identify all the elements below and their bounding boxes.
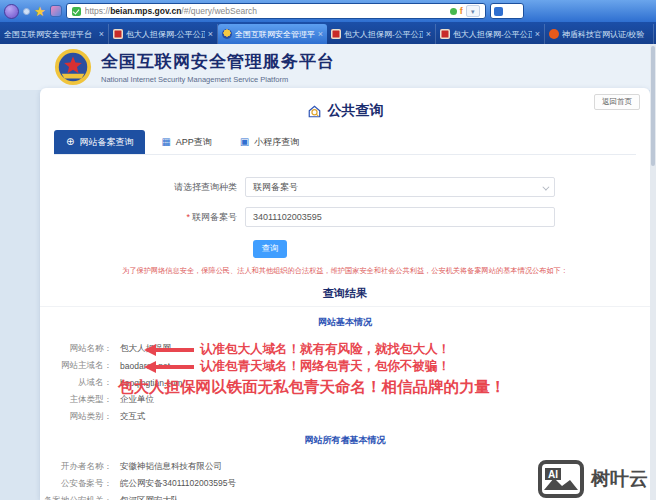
field-value: 交互式	[120, 411, 146, 423]
tab-close-icon[interactable]: ×	[99, 29, 104, 39]
svg-text:AI: AI	[548, 469, 558, 480]
tab-miniprogram-query[interactable]: ▣ 小程序查询	[228, 130, 311, 154]
browser-tab-2[interactable]: 包大人担保网-公平公正的私人… ×	[109, 24, 218, 44]
field-label: 主体类型：	[40, 394, 112, 406]
miniprogram-icon: ▣	[240, 137, 249, 147]
field-value: 皖公网安备34011102003595号	[120, 478, 236, 490]
annotation-line-3: 包大人担保网以铁面无私包青天命名！相信品牌的力量！	[118, 377, 506, 398]
tab-close-icon[interactable]: ×	[208, 29, 213, 39]
tab-label: 网站备案查询	[79, 136, 133, 149]
field-label: 公安备案号：	[40, 478, 112, 490]
baodaren-favicon	[113, 29, 123, 39]
ai-image-icon: AI	[538, 460, 584, 498]
query-tabs: ⊕ 网站备案查询 ▦ APP查询 ▣ 小程序查询	[54, 130, 636, 155]
tab-close-icon[interactable]: ×	[318, 29, 323, 39]
required-asterisk: *	[186, 212, 190, 222]
field-label: 备案地公安机关：	[40, 495, 112, 500]
ssl-shield-icon	[72, 7, 81, 16]
tab-label: 神盾科技官网认证/校验	[562, 29, 649, 40]
gov-badge-favicon	[222, 29, 232, 39]
browser-back-icon[interactable]	[4, 4, 19, 19]
watermark-label: 树叶云	[591, 466, 648, 492]
owner-section-title: 网站所有者基本情况	[40, 434, 650, 447]
tab-label: 包大人担保网-公平公正的私人…	[344, 29, 423, 40]
red-arrow-icon	[144, 344, 194, 356]
screenshot-root: ★ https://beian.mps.gov.cn/#/query/webSe…	[0, 0, 656, 500]
app-grid-icon: ▦	[161, 137, 170, 147]
query-type-label: 请选择查询种类	[135, 181, 245, 194]
field-value: 安徽神韬信息科技有限公司	[120, 461, 222, 473]
page-title-text: 公共查询	[328, 102, 384, 120]
tab-label: 包大人担保网-公平公正的私人…	[126, 29, 205, 40]
shendun-favicon	[549, 29, 559, 39]
search-box[interactable]	[490, 3, 524, 19]
globe-icon: ⊕	[66, 137, 74, 147]
field-label: 开办者名称：	[40, 461, 112, 473]
query-type-value: 联网备案号	[253, 181, 298, 194]
baodaren-favicon	[331, 29, 341, 39]
query-form: 请选择查询种类 联网备案号 *联网备案号 查询	[135, 177, 555, 258]
police-badge-icon	[54, 48, 92, 86]
flash-icon[interactable]: f	[460, 7, 463, 16]
browser-tab-strip: 全国互联网安全管理平台 × 包大人担保网-公平公正的私人… × 全国互联网安全管…	[0, 22, 656, 44]
browser-tab-3-active[interactable]: 全国互联网安全管理平台 ×	[218, 24, 327, 44]
field-label: 网站名称：	[40, 343, 112, 355]
scrollbar[interactable]	[650, 44, 656, 500]
field-label: 网站主域名：	[40, 360, 112, 372]
tab-website-record-query[interactable]: ⊕ 网站备案查询	[54, 130, 145, 154]
browser-tab-4[interactable]: 包大人担保网-公平公正的私人… ×	[327, 24, 436, 44]
home-search-icon	[307, 104, 322, 119]
url-dropdown-icon[interactable]: ▾	[466, 5, 480, 17]
tab-label: 小程序查询	[254, 136, 299, 149]
tab-label: 全国互联网安全管理平台	[235, 29, 315, 40]
query-card: 返回首页 公共查询 ⊕ 网站备案查询 ▦ APP查询 ▣ 小程序查询	[40, 88, 650, 500]
annotation-line-2: 认准包青天域名！网络包青天，包你不被骗！	[200, 358, 450, 375]
browser-tab-1[interactable]: 全国互联网安全管理平台 ×	[0, 24, 109, 44]
site-basic-section-title: 网站基本情况	[40, 316, 650, 329]
tab-label: 包大人担保网-公平公正的私人…	[453, 29, 532, 40]
address-bar[interactable]: https://beian.mps.gov.cn/#/query/webSear…	[66, 3, 486, 19]
watermark: AI 树叶云	[538, 460, 648, 498]
site-header: 全国互联网安全管理服务平台 National Internet Security…	[0, 44, 656, 90]
browser-toolbar: ★ https://beian.mps.gov.cn/#/query/webSe…	[0, 0, 656, 22]
record-number-field-wrap	[245, 207, 555, 227]
url-text[interactable]: https://beian.mps.gov.cn/#/query/webSear…	[85, 6, 257, 16]
results-title: 查询结果	[40, 282, 650, 307]
field-label: 从域名：	[40, 377, 112, 389]
chevron-down-icon	[542, 184, 549, 191]
baodaren-favicon	[440, 29, 450, 39]
tab-close-icon[interactable]: ×	[426, 29, 431, 39]
bookmark-star-icon[interactable]: ★	[34, 5, 46, 18]
record-number-input[interactable]	[253, 212, 547, 222]
scrollbar-thumb[interactable]	[651, 46, 655, 166]
platform-title: 全国互联网安全管理服务平台	[101, 50, 335, 73]
red-arrow-icon	[144, 361, 194, 373]
field-value: 包河区网安大队	[120, 495, 180, 500]
site-safe-icon[interactable]	[450, 8, 457, 15]
platform-subtitle: National Internet Security Management Se…	[101, 75, 335, 84]
field-label: 网站类别：	[40, 411, 112, 423]
browser-tab-6[interactable]: 神盾科技官网认证/校验	[545, 24, 654, 44]
tab-label: APP查询	[176, 136, 212, 149]
tab-label: 全国互联网安全管理平台	[4, 29, 96, 40]
site-basic-fields: 网站名称： 包大人担保网 网站主域名： baodaren.net 从域名： ba…	[40, 340, 650, 425]
tab-close-icon[interactable]: ×	[535, 29, 540, 39]
browser-tab-5[interactable]: 包大人担保网-公平公正的私人… ×	[436, 24, 545, 44]
record-number-label: *联网备案号	[135, 211, 245, 224]
field-row: 网站类别： 交互式	[40, 408, 650, 425]
query-submit-button[interactable]: 查询	[253, 240, 287, 258]
legal-notice: 为了保护网络信息安全，保障公民、法人和其他组织的合法权益，维护国家安全和社会公共…	[40, 266, 650, 276]
query-type-select[interactable]: 联网备案号	[245, 177, 555, 197]
search-engine-icon	[494, 7, 503, 16]
page-title: 公共查询	[40, 102, 650, 120]
browser-menu-dot-icon[interactable]	[23, 8, 30, 15]
annotation-line-1: 认准包大人域名！就有有风险，就找包大人！	[200, 341, 450, 358]
browser-app-icon[interactable]	[50, 5, 62, 17]
back-home-button[interactable]: 返回首页	[594, 94, 640, 110]
tab-app-query[interactable]: ▦ APP查询	[149, 130, 223, 154]
